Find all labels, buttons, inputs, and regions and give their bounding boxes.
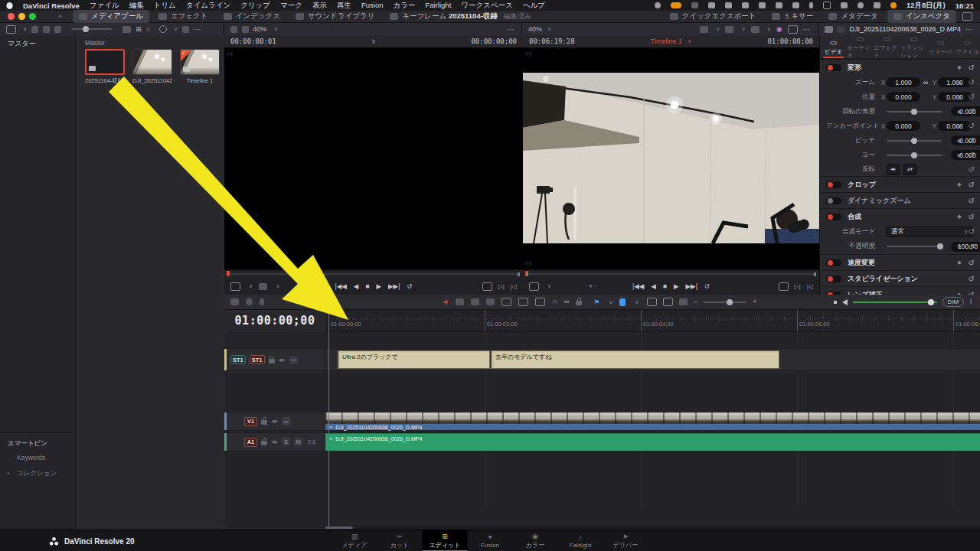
edit-bin-icon[interactable]: [31, 26, 38, 33]
bin-master[interactable]: マスター: [8, 39, 36, 49]
panel-toggle-button[interactable]: ミキサー: [766, 10, 820, 23]
source-viewer-options-icon[interactable]: ⋯: [507, 25, 515, 34]
status-icon[interactable]: [691, 2, 698, 8]
pitch-slider[interactable]: [887, 140, 942, 142]
timeline-name[interactable]: Timeline 1: [651, 37, 682, 45]
panel-toggle-button[interactable]: キーフレーム: [384, 10, 452, 23]
timeline-scrubber[interactable]: [523, 269, 819, 278]
reset-icon[interactable]: ↺: [969, 93, 975, 101]
page-tab[interactable]: ◉ カラー: [513, 530, 558, 551]
app-menu[interactable]: DaVinci Resolve: [23, 2, 80, 10]
timeline-timecode[interactable]: 01:00:00;00: [224, 310, 326, 331]
stop-button[interactable]: ■: [663, 282, 667, 290]
thumbnail-size-slider[interactable]: [72, 28, 112, 30]
menubar-time[interactable]: 16:21: [956, 2, 974, 10]
keyframe-icon[interactable]: ◆: [957, 181, 961, 187]
loop-button[interactable]: ↺: [704, 282, 710, 290]
flag-icon[interactable]: ⚑: [593, 298, 599, 306]
subtitle-track-badge[interactable]: ST1: [230, 355, 246, 364]
video-track-header[interactable]: V1 ◂▸ ▭: [224, 412, 325, 430]
video-track-badge[interactable]: V1: [244, 417, 257, 426]
timeline-ruler[interactable]: 01:00:00;0001:00:02;0001:00:04;0001:00:0…: [325, 310, 980, 332]
dynamic-zoom-toggle[interactable]: [826, 197, 841, 204]
sidebar-item-keywords[interactable]: Keywords: [0, 450, 75, 465]
clip-thumb-icon[interactable]: [230, 26, 237, 33]
prev-frame-icon[interactable]: |◁: [807, 283, 813, 290]
source-scrubber[interactable]: [224, 269, 523, 278]
reset-icon[interactable]: ↺: [969, 107, 975, 116]
flip-horizontal-button[interactable]: ◂▸: [887, 164, 900, 175]
keyframe-icon[interactable]: ◆: [957, 123, 961, 129]
track-monitor-icon[interactable]: ▭: [282, 417, 290, 425]
strip-view-icon[interactable]: [122, 26, 131, 33]
chevron-down-icon[interactable]: ∨: [274, 26, 278, 32]
menubar-date[interactable]: 12月8日(月): [906, 1, 946, 11]
menu-item[interactable]: ファイル: [90, 1, 119, 11]
list-view-icon[interactable]: ≡: [146, 26, 150, 33]
dynamic-trim-mode-icon[interactable]: [471, 298, 479, 305]
menu-item[interactable]: トリム: [154, 1, 176, 11]
keyframe-icon[interactable]: ◆: [957, 80, 961, 86]
audio-clip-icon[interactable]: [837, 26, 845, 33]
media-pool-clip[interactable]: ✓ ♪ Timeline 1: [180, 49, 220, 84]
clip-thumb-icon[interactable]: [242, 26, 249, 33]
reset-icon[interactable]: ↺: [969, 165, 975, 174]
crop-toggle[interactable]: [826, 181, 841, 188]
page-tab[interactable]: ✂ カット: [377, 530, 423, 551]
prev-edit-icon[interactable]: ▷|: [526, 260, 531, 266]
audio-track-header[interactable]: A1 ◂▸ S M 2.0: [224, 433, 325, 451]
next-edit-icon[interactable]: ▷|: [526, 51, 531, 57]
panel-toggle-button[interactable]: インデックス: [217, 10, 286, 23]
inspector-tab[interactable]: ▭ オーディオ: [847, 35, 874, 58]
lock-status-icon[interactable]: [725, 2, 732, 8]
replace-clip-icon[interactable]: [535, 298, 545, 306]
source-viewer-canvas[interactable]: ▷|: [224, 47, 523, 269]
video-clip[interactable]: ∞ DJI_20251104200638_0026_D.MP4: [325, 412, 980, 430]
go-first-frame-button[interactable]: |◀◀: [335, 282, 347, 290]
subtitle-clip[interactable]: Ultra 2のブラックで: [338, 350, 490, 369]
loop-button[interactable]: ↺: [407, 282, 412, 290]
keyframe-icon[interactable]: ◆: [957, 259, 961, 266]
speed-toggle[interactable]: [826, 259, 841, 266]
timeline-viewer-canvas[interactable]: ▷| ▷|: [523, 47, 819, 269]
reset-icon[interactable]: ↺: [969, 122, 975, 130]
disclosure-triangle-icon[interactable]: ▸: [8, 470, 10, 475]
reset-icon[interactable]: ↺: [969, 136, 975, 145]
source-playhead-marker[interactable]: [227, 271, 230, 276]
keyframe-icon[interactable]: ◆: [957, 152, 961, 158]
mute-button[interactable]: M: [294, 438, 302, 446]
keyframe-icon[interactable]: ◆: [957, 109, 961, 115]
overwrite-clip-icon[interactable]: [518, 298, 528, 306]
timeline-playhead[interactable]: [328, 310, 329, 527]
timeline-viewer-options-icon[interactable]: ⋯: [803, 25, 812, 34]
keyframe-icon[interactable]: ◆: [957, 138, 961, 144]
reset-icon[interactable]: ↺: [969, 64, 975, 72]
keyframe-icon[interactable]: ◆: [957, 64, 961, 70]
panel-toggle-button[interactable]: サウンドライブラリ: [289, 10, 381, 23]
expand-viewer-icon[interactable]: [788, 25, 798, 34]
match-frame-icon[interactable]: ▷|: [498, 283, 505, 290]
rotation-slider[interactable]: [887, 111, 942, 112]
trim-edit-mode-icon[interactable]: [456, 298, 464, 305]
loop-range-icon[interactable]: [482, 282, 492, 291]
chevron-down-icon[interactable]: ∨: [609, 299, 612, 305]
screen-record-icon[interactable]: [655, 2, 661, 8]
inspector-tab[interactable]: ▭ トランジション: [900, 35, 927, 58]
menu-item[interactable]: 表示: [312, 1, 327, 11]
chevron-down-icon[interactable]: ∨: [741, 26, 745, 32]
media-pool-options-icon[interactable]: ⋯: [194, 25, 202, 34]
play-button[interactable]: ▶: [674, 282, 679, 290]
linked-selection-icon[interactable]: ∞: [564, 298, 569, 305]
source-zoom-level[interactable]: 40%: [253, 25, 267, 33]
import-media-icon[interactable]: [43, 26, 50, 33]
menu-item[interactable]: マーク: [280, 1, 302, 11]
menu-item[interactable]: Fairlight: [425, 1, 451, 11]
calendar-icon[interactable]: [759, 2, 766, 8]
next-frame-icon[interactable]: ▷|: [795, 283, 801, 290]
zoom-out-icon[interactable]: −: [694, 298, 697, 305]
mic-icon[interactable]: [260, 298, 264, 305]
window-close-button[interactable]: [8, 13, 15, 20]
auto-select-icon[interactable]: ◂▸: [271, 439, 278, 445]
chevron-down-icon[interactable]: ∨: [547, 283, 551, 289]
display-icon[interactable]: [776, 2, 782, 8]
